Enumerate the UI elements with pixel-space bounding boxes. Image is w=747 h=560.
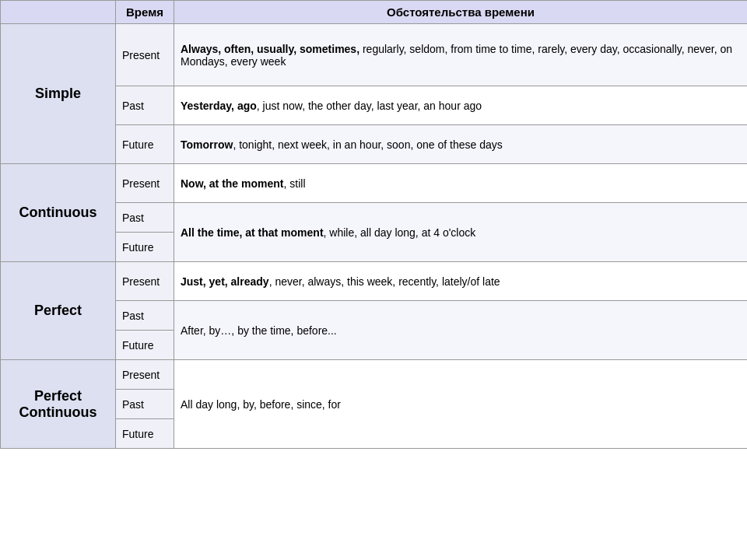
time-future-perfect: Future [116, 331, 174, 360]
content-cont-present: Now, at the moment, still [174, 164, 748, 203]
table-row: Simple Present Always, often, usually, s… [1, 24, 748, 86]
time-present-simple: Present [116, 24, 174, 86]
time-future-simple: Future [116, 125, 174, 164]
category-simple: Simple [1, 24, 116, 164]
time-present-cont: Present [116, 164, 174, 203]
bold-cont-present: Now, at the moment [181, 177, 284, 190]
content-simple-present: Always, often, usually, sometimes, regul… [174, 24, 748, 86]
table-row: Continuous Present Now, at the moment, s… [1, 164, 748, 203]
category-pc-label: Perfect Continuous [19, 388, 97, 420]
bold-cont-past-future: All the time, at that moment [181, 226, 324, 239]
content-cont-past-future: All the time, at that moment, while, all… [174, 203, 748, 262]
header-row: Время Обстоятельства времени [1, 1, 748, 24]
time-past-perfect: Past [116, 301, 174, 331]
content-perfect-past-future: After, by…, by the time, before... [174, 301, 748, 360]
time-present-pc: Present [116, 360, 174, 390]
time-past-simple: Past [116, 86, 174, 125]
time-past-cont: Past [116, 203, 174, 233]
content-pc-all: All day long, by, before, since, for [174, 360, 748, 449]
bold-simple-future: Tomorrow [181, 138, 233, 151]
time-future-cont: Future [116, 233, 174, 262]
category-perfect: Perfect [1, 262, 116, 360]
table-row: Perfect Present Just, yet, already, neve… [1, 262, 748, 301]
category-perfect-continuous: Perfect Continuous [1, 360, 116, 449]
time-present-perfect: Present [116, 262, 174, 301]
bold-simple-present: Always, often, usually, sometimes, [181, 43, 359, 55]
content-perfect-present: Just, yet, already, never, always, this … [174, 262, 748, 301]
header-time: Время [116, 1, 174, 24]
table-row: Perfect Continuous Present All day long,… [1, 360, 748, 390]
header-content: Обстоятельства времени [174, 1, 748, 24]
bold-simple-past: Yesterday, ago [181, 100, 257, 112]
header-empty [1, 1, 116, 24]
content-simple-past: Yesterday, ago, just now, the other day,… [174, 86, 748, 125]
time-past-pc: Past [116, 390, 174, 419]
time-future-pc: Future [116, 419, 174, 449]
bold-perfect-present: Just, yet, already [181, 275, 269, 288]
category-continuous: Continuous [1, 164, 116, 262]
content-simple-future: Tomorrow, tonight, next week, in an hour… [174, 125, 748, 164]
